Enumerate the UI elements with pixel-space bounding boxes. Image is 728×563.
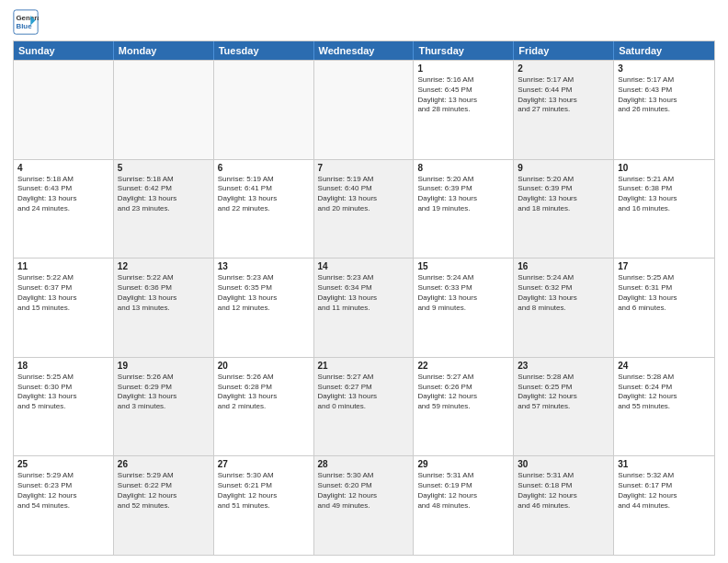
weekday-header-friday: Friday [514,41,614,60]
calendar-row-2: 11Sunrise: 5:22 AM Sunset: 6:37 PM Dayli… [14,258,714,357]
day-number: 6 [218,163,310,173]
calendar-cell-26: 26Sunrise: 5:29 AM Sunset: 6:22 PM Dayli… [114,456,214,555]
day-number: 28 [318,459,410,469]
day-info: Sunrise: 5:26 AM Sunset: 6:28 PM Dayligh… [218,373,310,412]
calendar-cell-20: 20Sunrise: 5:26 AM Sunset: 6:28 PM Dayli… [214,358,314,456]
day-info: Sunrise: 5:29 AM Sunset: 6:22 PM Dayligh… [118,471,210,511]
calendar-cell-28: 28Sunrise: 5:30 AM Sunset: 6:20 PM Dayli… [314,456,415,555]
header: General Blue [13,9,715,35]
calendar-cell-15: 15Sunrise: 5:24 AM Sunset: 6:33 PM Dayli… [414,259,514,357]
day-number: 13 [218,261,310,271]
calendar-cell-31: 31Sunrise: 5:32 AM Sunset: 6:17 PM Dayli… [614,456,714,555]
svg-text:General: General [17,14,40,22]
calendar-cell-29: 29Sunrise: 5:31 AM Sunset: 6:19 PM Dayli… [414,456,514,555]
calendar-cell-10: 10Sunrise: 5:21 AM Sunset: 6:38 PM Dayli… [614,160,714,259]
day-info: Sunrise: 5:16 AM Sunset: 6:45 PM Dayligh… [417,75,509,115]
day-number: 4 [17,163,109,173]
calendar-cell-12: 12Sunrise: 5:22 AM Sunset: 6:36 PM Dayli… [114,259,214,357]
day-number: 10 [618,163,711,173]
weekday-header-tuesday: Tuesday [214,41,314,60]
page: General Blue SundayMondayTuesdayWednesda… [0,0,728,563]
day-number: 19 [118,361,210,371]
day-number: 3 [618,63,711,74]
day-info: Sunrise: 5:31 AM Sunset: 6:19 PM Dayligh… [417,471,509,511]
calendar-row-1: 4Sunrise: 5:18 AM Sunset: 6:43 PM Daylig… [14,159,714,259]
calendar-cell-empty-0-1 [114,61,214,159]
weekday-header-monday: Monday [114,41,214,60]
day-number: 2 [518,63,609,74]
day-info: Sunrise: 5:25 AM Sunset: 6:31 PM Dayligh… [618,273,711,313]
day-number: 9 [518,163,609,173]
day-number: 11 [17,261,109,271]
calendar-cell-11: 11Sunrise: 5:22 AM Sunset: 6:37 PM Dayli… [14,259,114,357]
day-number: 20 [218,361,310,371]
day-info: Sunrise: 5:25 AM Sunset: 6:30 PM Dayligh… [17,373,109,412]
day-number: 15 [417,261,509,271]
day-info: Sunrise: 5:28 AM Sunset: 6:25 PM Dayligh… [518,373,609,412]
calendar-cell-5: 5Sunrise: 5:18 AM Sunset: 6:42 PM Daylig… [114,160,214,259]
calendar-cell-empty-0-0 [14,61,114,159]
calendar-cell-14: 14Sunrise: 5:23 AM Sunset: 6:34 PM Dayli… [314,259,415,357]
day-number: 12 [118,261,210,271]
weekday-header-sunday: Sunday [14,41,114,60]
day-number: 24 [618,361,711,371]
day-number: 16 [518,261,609,271]
day-number: 8 [417,163,509,173]
day-info: Sunrise: 5:32 AM Sunset: 6:17 PM Dayligh… [618,471,711,511]
calendar-cell-17: 17Sunrise: 5:25 AM Sunset: 6:31 PM Dayli… [614,259,714,357]
day-info: Sunrise: 5:23 AM Sunset: 6:35 PM Dayligh… [218,273,310,313]
calendar-cell-1: 1Sunrise: 5:16 AM Sunset: 6:45 PM Daylig… [414,61,514,159]
day-info: Sunrise: 5:30 AM Sunset: 6:21 PM Dayligh… [218,471,310,511]
day-info: Sunrise: 5:19 AM Sunset: 6:40 PM Dayligh… [318,175,410,214]
day-number: 7 [318,163,410,173]
day-number: 14 [318,261,410,271]
weekday-header-saturday: Saturday [614,41,714,60]
day-number: 26 [118,459,210,469]
calendar-cell-27: 27Sunrise: 5:30 AM Sunset: 6:21 PM Dayli… [214,456,314,555]
day-info: Sunrise: 5:19 AM Sunset: 6:41 PM Dayligh… [218,175,310,214]
calendar-cell-30: 30Sunrise: 5:31 AM Sunset: 6:18 PM Dayli… [514,456,614,555]
calendar-cell-4: 4Sunrise: 5:18 AM Sunset: 6:43 PM Daylig… [14,160,114,259]
logo-icon: General Blue [13,9,39,35]
day-number: 27 [218,459,310,469]
day-info: Sunrise: 5:24 AM Sunset: 6:33 PM Dayligh… [417,273,509,313]
calendar-row-4: 25Sunrise: 5:29 AM Sunset: 6:23 PM Dayli… [14,455,714,555]
day-info: Sunrise: 5:28 AM Sunset: 6:24 PM Dayligh… [618,373,711,412]
day-number: 29 [417,459,509,469]
day-info: Sunrise: 5:21 AM Sunset: 6:38 PM Dayligh… [618,175,711,214]
calendar-cell-empty-0-3 [314,61,415,159]
day-info: Sunrise: 5:24 AM Sunset: 6:32 PM Dayligh… [518,273,609,313]
day-number: 30 [518,459,609,469]
day-info: Sunrise: 5:17 AM Sunset: 6:44 PM Dayligh… [518,75,609,115]
calendar-cell-16: 16Sunrise: 5:24 AM Sunset: 6:32 PM Dayli… [514,259,614,357]
calendar-row-0: 1Sunrise: 5:16 AM Sunset: 6:45 PM Daylig… [14,60,714,159]
day-number: 18 [17,361,109,371]
day-number: 21 [318,361,410,371]
calendar-cell-25: 25Sunrise: 5:29 AM Sunset: 6:23 PM Dayli… [14,456,114,555]
day-number: 17 [618,261,711,271]
calendar-cell-19: 19Sunrise: 5:26 AM Sunset: 6:29 PM Dayli… [114,358,214,456]
day-info: Sunrise: 5:23 AM Sunset: 6:34 PM Dayligh… [318,273,410,313]
weekday-header-wednesday: Wednesday [314,41,415,60]
svg-text:Blue: Blue [17,22,33,30]
day-number: 23 [518,361,609,371]
day-info: Sunrise: 5:29 AM Sunset: 6:23 PM Dayligh… [17,471,109,511]
day-info: Sunrise: 5:18 AM Sunset: 6:43 PM Dayligh… [17,175,109,214]
calendar-cell-9: 9Sunrise: 5:20 AM Sunset: 6:39 PM Daylig… [514,160,614,259]
day-info: Sunrise: 5:20 AM Sunset: 6:39 PM Dayligh… [518,175,609,214]
day-info: Sunrise: 5:31 AM Sunset: 6:18 PM Dayligh… [518,471,609,511]
calendar-cell-7: 7Sunrise: 5:19 AM Sunset: 6:40 PM Daylig… [314,160,415,259]
day-info: Sunrise: 5:18 AM Sunset: 6:42 PM Dayligh… [118,175,210,214]
calendar: SundayMondayTuesdayWednesdayThursdayFrid… [13,40,715,556]
calendar-body: 1Sunrise: 5:16 AM Sunset: 6:45 PM Daylig… [14,60,714,555]
day-info: Sunrise: 5:27 AM Sunset: 6:26 PM Dayligh… [417,373,509,412]
calendar-cell-22: 22Sunrise: 5:27 AM Sunset: 6:26 PM Dayli… [414,358,514,456]
calendar-row-3: 18Sunrise: 5:25 AM Sunset: 6:30 PM Dayli… [14,357,714,456]
calendar-cell-23: 23Sunrise: 5:28 AM Sunset: 6:25 PM Dayli… [514,358,614,456]
day-info: Sunrise: 5:22 AM Sunset: 6:37 PM Dayligh… [17,273,109,313]
calendar-cell-8: 8Sunrise: 5:20 AM Sunset: 6:39 PM Daylig… [414,160,514,259]
calendar-cell-empty-0-2 [214,61,314,159]
calendar-cell-13: 13Sunrise: 5:23 AM Sunset: 6:35 PM Dayli… [214,259,314,357]
calendar-cell-2: 2Sunrise: 5:17 AM Sunset: 6:44 PM Daylig… [514,61,614,159]
calendar-header: SundayMondayTuesdayWednesdayThursdayFrid… [14,41,714,60]
